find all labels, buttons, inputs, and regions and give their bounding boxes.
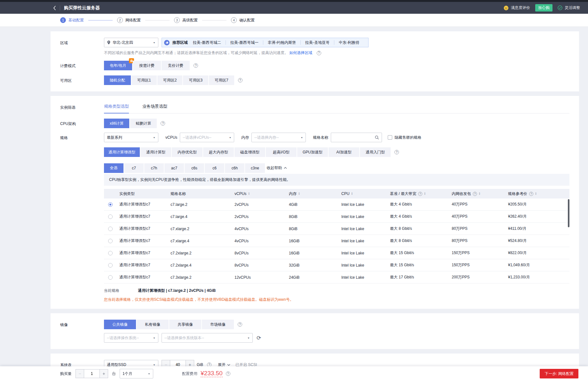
memory-select[interactable]: --请选择内存-- ▼ xyxy=(251,133,306,142)
image-tab[interactable]: 市场镜像 xyxy=(202,320,234,329)
column-header[interactable]: 规格参考价?▲▼ xyxy=(508,191,569,197)
table-scrollbar[interactable] xyxy=(568,199,569,227)
os-select[interactable]: --请选择操作系统-- ▼ xyxy=(104,333,158,343)
billing-option[interactable]: 包年/包月 xyxy=(104,61,132,70)
column-header[interactable]: 实例类型 xyxy=(119,191,171,197)
region-select[interactable]: 华北-北京四 ▼ xyxy=(104,38,158,47)
cpu-arch-option[interactable]: x86计算 xyxy=(104,119,129,128)
region-help-link[interactable]: 如何选择区域 xyxy=(289,51,312,55)
recommend-region-link[interactable]: 拉美-墨西哥城二 xyxy=(188,40,226,45)
az-option[interactable]: 可用区2 xyxy=(157,75,183,85)
column-header[interactable]: 内存▲▼ xyxy=(289,191,341,197)
image-tab[interactable]: 共享镜像 xyxy=(169,320,201,329)
quantity-input[interactable] xyxy=(84,369,100,378)
sort-icon[interactable]: ▲▼ xyxy=(479,192,481,195)
column-help-icon[interactable]: ? xyxy=(529,192,533,196)
duration-select[interactable]: 1个月 ▼ xyxy=(120,369,153,378)
fee-question-icon[interactable]: ? xyxy=(226,371,230,376)
row-radio[interactable] xyxy=(108,275,113,280)
image-tab[interactable]: 私有镜像 xyxy=(137,320,169,329)
sub-tab[interactable]: c6s xyxy=(185,163,204,173)
refresh-icon[interactable]: ⟳ xyxy=(257,335,261,341)
family-tab[interactable]: 超高I/O型 xyxy=(266,147,297,157)
flexible-adjust-link[interactable]: 灵活调整 xyxy=(565,5,580,11)
spec-table-row[interactable]: 通用计算增强型c7c7.xlarge.24vCPUs8GiBIntel Ice … xyxy=(104,223,569,235)
series-select[interactable]: 最新系列 ▼ xyxy=(104,133,158,142)
row-radio[interactable] xyxy=(108,251,113,255)
az-option[interactable]: 随机分配 xyxy=(104,75,131,85)
next-step-button[interactable]: 下一步: 网络配置 xyxy=(540,369,578,378)
sub-tab[interactable]: c6 xyxy=(205,163,224,173)
billing-option[interactable]: 按需计费 xyxy=(133,61,161,70)
column-header[interactable]: CPU▲▼ xyxy=(341,191,390,196)
search-icon[interactable] xyxy=(375,135,379,140)
family-question-icon[interactable]: ? xyxy=(394,150,399,154)
row-radio[interactable] xyxy=(108,214,113,219)
family-tab[interactable]: 超大内存型 xyxy=(203,147,234,157)
sub-tab[interactable]: c7 xyxy=(124,163,144,173)
billing-question-icon[interactable]: ? xyxy=(194,63,198,68)
filter-tab[interactable]: 业务场景选型 xyxy=(142,104,167,113)
os-version-select[interactable]: --请选择操作系统版本-- ▼ xyxy=(162,333,253,343)
column-help-icon[interactable]: ? xyxy=(473,192,477,196)
family-tab[interactable]: 内存优化型 xyxy=(172,147,203,157)
satisfaction-link[interactable]: 满意度评价 xyxy=(511,5,530,11)
column-header[interactable]: 规格名称 xyxy=(171,191,234,197)
vcpus-select[interactable]: --请选择vCPUs-- ▼ xyxy=(180,133,234,142)
recommend-region-link[interactable]: 中东-利雅得 xyxy=(334,40,364,45)
family-tab[interactable]: 通用计算型 xyxy=(140,147,171,157)
region-question-icon[interactable]: ? xyxy=(317,51,321,55)
family-tab[interactable]: AI加速型 xyxy=(329,147,359,157)
image-question-icon[interactable]: ? xyxy=(238,322,242,327)
cpu-arch-option[interactable]: 鲲鹏计算 xyxy=(130,119,157,128)
sub-tab[interactable]: c7h xyxy=(144,163,164,173)
sub-tab[interactable]: ac7 xyxy=(164,163,184,173)
hide-soldout-checkbox[interactable] xyxy=(388,135,392,140)
billing-option[interactable]: 竞价计费 xyxy=(162,61,190,70)
az-option[interactable]: 可用区3 xyxy=(183,75,208,85)
az-option[interactable]: 可用区1 xyxy=(131,75,157,85)
spec-name-search[interactable] xyxy=(331,133,382,142)
filter-tab[interactable]: 规格类型选型 xyxy=(104,104,129,113)
spec-table-row[interactable]: 通用计算增强型c7c7.2xlarge.28vCPUs16GiBIntel Ic… xyxy=(104,247,569,259)
assure-badge[interactable]: 放心购 xyxy=(535,4,552,12)
az-option[interactable]: 可用区7 xyxy=(209,75,234,85)
family-tab[interactable]: GPU加速型 xyxy=(297,147,328,157)
sub-tab[interactable]: 全选 xyxy=(104,163,123,173)
column-header[interactable]: 内网收发包?▲▼ xyxy=(452,191,508,197)
spec-table-row[interactable]: 通用计算增强型c7c7.2xlarge.48vCPUs32GiBIntel Ic… xyxy=(104,259,569,271)
quantity-plus-button[interactable]: + xyxy=(100,369,108,378)
hide-soldout-toggle[interactable]: 隐藏售罄的规格 xyxy=(388,135,421,140)
row-radio[interactable] xyxy=(108,227,113,231)
sub-tab[interactable]: c6h xyxy=(225,163,244,173)
family-tab[interactable]: 磁盘增强型 xyxy=(234,147,265,157)
column-header[interactable]: vCPUs▲▼ xyxy=(234,191,289,196)
sort-icon[interactable]: ▲▼ xyxy=(535,192,537,195)
sub-tab[interactable]: c3ne xyxy=(245,163,265,173)
sort-icon[interactable]: ▲▼ xyxy=(424,192,426,195)
az-question-icon[interactable]: ? xyxy=(238,78,242,82)
recommend-region-link[interactable]: 拉美-圣地亚哥 xyxy=(300,40,334,45)
recommend-region-link[interactable]: 拉美-墨西哥城一 xyxy=(226,40,263,45)
column-header[interactable]: 基准 / 最大带宽?▲▼ xyxy=(390,191,452,197)
row-radio[interactable] xyxy=(108,239,113,243)
spec-table-row[interactable]: 通用计算增强型c7c7.large.42vCPUs8GiBIntel Ice L… xyxy=(104,211,569,223)
sort-icon[interactable]: ▲▼ xyxy=(298,192,300,195)
row-radio[interactable] xyxy=(108,202,113,207)
collapse-help-link[interactable]: 收起帮助 xyxy=(266,165,287,171)
spec-table-row[interactable]: 通用计算增强型c7c7.xlarge.44vCPUs16GiBIntel Ice… xyxy=(104,235,569,247)
recommend-region-link[interactable]: 非洲-约翰内斯堡 xyxy=(263,40,300,45)
back-icon[interactable] xyxy=(53,5,56,11)
fee-value[interactable]: ¥233.50 xyxy=(201,370,223,377)
family-tab[interactable]: 通用入门型 xyxy=(360,147,391,157)
image-tab[interactable]: 公共镜像 xyxy=(104,320,136,329)
sort-icon[interactable]: ▲▼ xyxy=(248,192,250,195)
column-help-icon[interactable]: ? xyxy=(418,192,422,196)
cpu-arch-question-icon[interactable]: ? xyxy=(161,121,165,126)
spec-name-input[interactable] xyxy=(334,135,375,140)
spec-table-row[interactable]: 通用计算增强型c7c7.large.22vCPUs4GiBIntel Ice L… xyxy=(104,198,569,211)
sort-icon[interactable]: ▲▼ xyxy=(351,192,353,195)
quantity-minus-button[interactable]: − xyxy=(75,369,84,378)
row-radio[interactable] xyxy=(108,263,113,268)
family-tab[interactable]: 通用计算增强型 xyxy=(104,147,140,157)
